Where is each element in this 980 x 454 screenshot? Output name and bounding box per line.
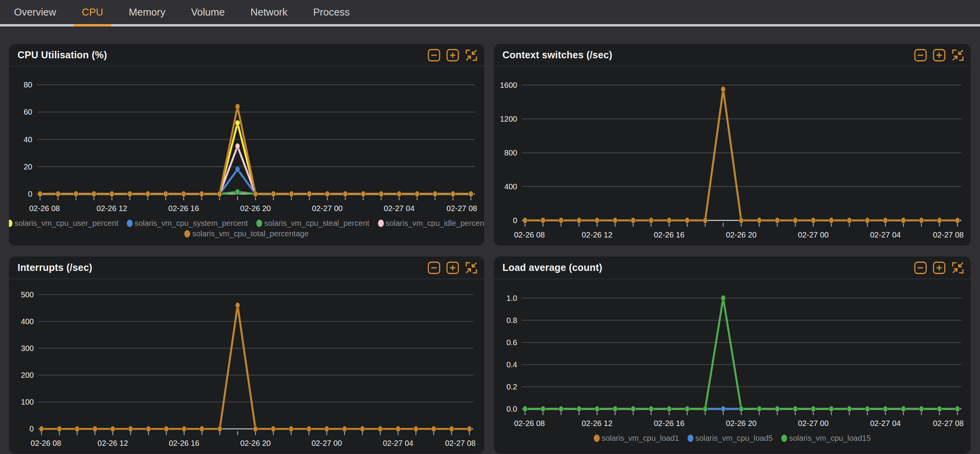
data-point[interactable] bbox=[523, 406, 527, 412]
data-point[interactable] bbox=[200, 426, 204, 432]
data-point[interactable] bbox=[757, 406, 761, 412]
data-point[interactable] bbox=[433, 191, 438, 197]
zoom-in-button[interactable] bbox=[446, 261, 459, 274]
tab-process[interactable]: Process bbox=[305, 0, 358, 24]
collapse-button[interactable] bbox=[465, 261, 478, 274]
data-point[interactable] bbox=[775, 406, 780, 412]
data-point[interactable] bbox=[378, 426, 383, 432]
data-point[interactable] bbox=[324, 426, 329, 432]
data-point[interactable] bbox=[217, 426, 222, 432]
data-point[interactable] bbox=[449, 426, 454, 432]
data-point[interactable] bbox=[38, 191, 42, 197]
data-point[interactable] bbox=[883, 406, 888, 412]
chart-interrupts[interactable]: 010020030040050002-26 0802-26 1202-26 16… bbox=[15, 282, 478, 450]
data-point[interactable] bbox=[397, 191, 401, 197]
data-point[interactable] bbox=[200, 191, 204, 197]
data-point[interactable] bbox=[217, 191, 222, 197]
data-point[interactable] bbox=[271, 191, 276, 197]
data-point[interactable] bbox=[775, 218, 780, 224]
data-point[interactable] bbox=[721, 86, 726, 92]
data-point[interactable] bbox=[613, 218, 618, 224]
zoom-in-button[interactable] bbox=[446, 49, 459, 62]
data-point[interactable] bbox=[757, 218, 761, 224]
data-point[interactable] bbox=[307, 191, 312, 197]
data-point[interactable] bbox=[865, 218, 870, 224]
data-point[interactable] bbox=[631, 218, 635, 224]
data-point[interactable] bbox=[829, 406, 834, 412]
data-point[interactable] bbox=[360, 426, 365, 432]
tab-cpu[interactable]: CPU bbox=[74, 0, 111, 24]
data-point[interactable] bbox=[739, 218, 744, 224]
data-point[interactable] bbox=[901, 406, 906, 412]
tab-memory[interactable]: Memory bbox=[121, 0, 173, 24]
data-point[interactable] bbox=[342, 426, 347, 432]
data-point[interactable] bbox=[613, 406, 618, 412]
data-point[interactable] bbox=[901, 218, 906, 224]
data-point[interactable] bbox=[793, 406, 798, 412]
legend-item[interactable]: solaris_vm_cpu_steal_percent bbox=[256, 219, 369, 228]
data-point[interactable] bbox=[110, 191, 114, 197]
data-point[interactable] bbox=[649, 406, 653, 412]
data-point[interactable] bbox=[739, 406, 744, 412]
data-point[interactable] bbox=[74, 191, 78, 197]
data-point[interactable] bbox=[235, 189, 240, 195]
data-point[interactable] bbox=[955, 218, 960, 224]
data-point[interactable] bbox=[396, 426, 401, 432]
data-point[interactable] bbox=[235, 120, 240, 126]
data-point[interactable] bbox=[541, 218, 545, 224]
data-point[interactable] bbox=[325, 191, 330, 197]
data-point[interactable] bbox=[721, 295, 726, 301]
data-point[interactable] bbox=[955, 406, 960, 412]
data-point[interactable] bbox=[847, 218, 852, 224]
data-point[interactable] bbox=[289, 191, 294, 197]
tab-network[interactable]: Network bbox=[242, 0, 296, 24]
data-point[interactable] bbox=[128, 191, 132, 197]
chart-cpu-utilisation[interactable]: 02040608002-26 0802-26 1202-26 1602-26 2… bbox=[15, 70, 478, 215]
data-point[interactable] bbox=[110, 426, 115, 432]
data-point[interactable] bbox=[145, 191, 150, 197]
data-point[interactable] bbox=[937, 406, 942, 412]
collapse-button[interactable] bbox=[951, 49, 964, 62]
data-point[interactable] bbox=[667, 218, 672, 224]
legend-item[interactable]: solaris_vm_cpu_load15 bbox=[781, 434, 871, 443]
legend-item[interactable]: solaris_vm_cpu_load1 bbox=[594, 434, 679, 443]
data-point[interactable] bbox=[703, 218, 707, 224]
data-point[interactable] bbox=[703, 406, 707, 412]
zoom-out-button[interactable] bbox=[914, 49, 927, 62]
data-point[interactable] bbox=[577, 406, 581, 412]
data-point[interactable] bbox=[793, 218, 798, 224]
data-point[interactable] bbox=[181, 191, 186, 197]
data-point[interactable] bbox=[649, 218, 653, 224]
legend-item[interactable]: solaris_vm_cpu_user_percent bbox=[9, 219, 118, 228]
zoom-in-button[interactable] bbox=[933, 49, 946, 62]
data-point[interactable] bbox=[379, 191, 383, 197]
data-point[interactable] bbox=[811, 218, 816, 224]
data-point[interactable] bbox=[235, 166, 240, 172]
data-point[interactable] bbox=[75, 426, 79, 432]
legend-item[interactable]: solaris_vm_cpu_idle_percent bbox=[378, 219, 484, 228]
data-point[interactable] bbox=[235, 143, 240, 149]
data-point[interactable] bbox=[93, 426, 97, 432]
data-point[interactable] bbox=[235, 302, 240, 308]
data-point[interactable] bbox=[883, 218, 888, 224]
data-point[interactable] bbox=[541, 406, 545, 412]
data-point[interactable] bbox=[469, 191, 473, 197]
data-point[interactable] bbox=[451, 191, 455, 197]
collapse-button[interactable] bbox=[951, 261, 964, 274]
data-point[interactable] bbox=[721, 406, 726, 412]
zoom-out-button[interactable] bbox=[914, 261, 927, 274]
data-point[interactable] bbox=[847, 406, 852, 412]
data-point[interactable] bbox=[811, 406, 816, 412]
data-point[interactable] bbox=[92, 191, 96, 197]
data-point[interactable] bbox=[595, 218, 599, 224]
data-point[interactable] bbox=[306, 426, 311, 432]
data-point[interactable] bbox=[577, 218, 581, 224]
data-point[interactable] bbox=[595, 406, 599, 412]
data-point[interactable] bbox=[631, 406, 635, 412]
legend-item[interactable]: solaris_vm_cpu_system_percent bbox=[127, 219, 248, 228]
data-point[interactable] bbox=[253, 191, 258, 197]
data-point[interactable] bbox=[685, 218, 690, 224]
data-point[interactable] bbox=[467, 426, 472, 432]
chart-context-switches[interactable]: 04008001200160002-26 0802-26 1202-26 160… bbox=[500, 70, 964, 241]
zoom-in-button[interactable] bbox=[933, 261, 946, 274]
